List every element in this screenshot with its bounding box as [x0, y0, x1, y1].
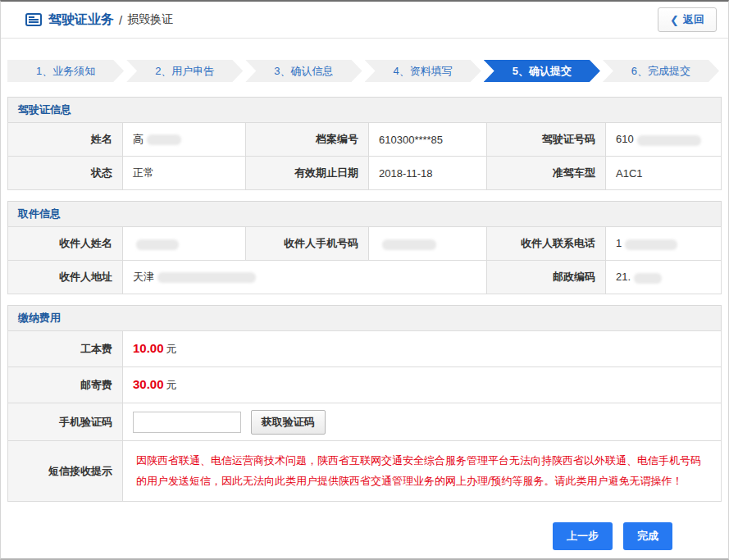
back-button[interactable]: ❮ 返回 [658, 7, 717, 32]
step-1-business-notice[interactable]: 1、业务须知 [7, 60, 124, 82]
sms-notice-label: 短信接收提示 [8, 441, 123, 502]
name-label: 姓名 [8, 123, 123, 157]
pickup-info-table: 收件人姓名 收件人手机号码 收件人联系电话 1 收件人地址 天津 邮政编码 21… [7, 226, 722, 294]
redacted-value [637, 135, 701, 146]
section-title-license: 驾驶证信息 [7, 97, 722, 122]
vehicle-class-label: 准驾车型 [487, 157, 606, 190]
header: 驾驶证业务 / 损毁换证 ❮ 返回 [1, 2, 728, 39]
back-button-label: 返回 [683, 12, 704, 27]
chevron-left-icon: ❮ [670, 15, 679, 25]
step-6-complete-submit[interactable]: 6、完成提交 [603, 60, 719, 82]
step-5-confirm-submit[interactable]: 5、确认提交 [484, 60, 600, 82]
file-no-value: 610300****85 [369, 123, 487, 157]
table-row: 短信接收提示 因陕西省联通、电信运营商技术问题，陕西省互联网交通安全综合服务管理… [8, 441, 722, 502]
section-license-info: 驾驶证信息 姓名 高 档案编号 610300****85 驾驶证号码 610 状… [7, 97, 722, 190]
status-value: 正常 [123, 157, 246, 190]
work-fee-value: 10.00元 [123, 331, 722, 367]
page-title: 驾驶证业务 [48, 11, 114, 29]
redacted-value [625, 239, 677, 250]
step-2-user-declaration[interactable]: 2、用户申告 [126, 60, 243, 82]
license-no-label: 驾驶证号码 [487, 123, 606, 157]
table-row: 姓名 高 档案编号 610300****85 驾驶证号码 610 [8, 123, 722, 157]
fees-table: 工本费 10.00元 邮寄费 30.00元 手机验证码 获取验证码 [7, 330, 722, 502]
recipient-name-value [123, 227, 246, 261]
name-value: 高 [123, 123, 246, 157]
sms-code-input[interactable] [133, 412, 241, 433]
expiry-value: 2018-11-18 [369, 157, 487, 190]
recipient-mobile-label: 收件人手机号码 [246, 227, 369, 261]
step-wizard: 1、业务须知 2、用户申告 3、确认信息 4、资料填写 5、确认提交 6、完成提… [1, 60, 728, 82]
sms-notice-text: 因陕西省联通、电信运营商技术问题，陕西省互联网交通安全综合服务管理平台无法向持陕… [123, 441, 722, 502]
postal-value: 21. [606, 261, 722, 294]
section-title-fees: 缴纳费用 [7, 305, 722, 330]
get-code-button[interactable]: 获取验证码 [251, 410, 326, 435]
file-no-label: 档案编号 [246, 123, 369, 157]
address-value: 天津 [123, 261, 487, 294]
breadcrumb: 驾驶证业务 / 损毁换证 [25, 11, 173, 29]
recipient-mobile-value [369, 227, 487, 261]
footer-actions: 上一步 完成 [7, 512, 722, 550]
postal-label: 邮政编码 [487, 261, 606, 294]
previous-step-button[interactable]: 上一步 [553, 522, 613, 550]
status-label: 状态 [8, 157, 123, 190]
license-card-icon [25, 13, 42, 26]
table-row: 收件人地址 天津 邮政编码 21. [8, 261, 722, 294]
redacted-value [157, 272, 256, 283]
section-pickup-info: 取件信息 收件人姓名 收件人手机号码 收件人联系电话 1 收件人地址 [7, 201, 722, 294]
mail-fee-label: 邮寄费 [8, 367, 123, 403]
step-3-confirm-info[interactable]: 3、确认信息 [245, 60, 362, 82]
vehicle-class-value: A1C1 [606, 157, 722, 190]
breadcrumb-current: 损毁换证 [127, 12, 173, 27]
recipient-phone-label: 收件人联系电话 [487, 227, 606, 261]
table-row: 状态 正常 有效期止日期 2018-11-18 准驾车型 A1C1 [8, 157, 722, 190]
license-info-table: 姓名 高 档案编号 610300****85 驾驶证号码 610 状态 正常 有… [7, 122, 722, 190]
redacted-value [136, 239, 179, 250]
license-no-value: 610 [606, 123, 722, 157]
table-row: 收件人姓名 收件人手机号码 收件人联系电话 1 [8, 227, 722, 261]
work-fee-label: 工本费 [8, 331, 123, 367]
sms-code-label: 手机验证码 [8, 403, 123, 441]
recipient-phone-value: 1 [606, 227, 722, 261]
section-fees: 缴纳费用 工本费 10.00元 邮寄费 30.00元 手机验证码 [7, 305, 722, 502]
step-4-fill-material[interactable]: 4、资料填写 [365, 60, 481, 82]
recipient-name-label: 收件人姓名 [8, 227, 123, 261]
sms-code-cell: 获取验证码 [123, 403, 722, 441]
table-row: 邮寄费 30.00元 [8, 367, 722, 403]
table-row: 手机验证码 获取验证码 [8, 403, 722, 441]
main-content: 驾驶证信息 姓名 高 档案编号 610300****85 驾驶证号码 610 状… [1, 97, 728, 550]
redacted-value [147, 134, 181, 145]
section-title-pickup: 取件信息 [7, 201, 722, 226]
work-fee-unit: 元 [166, 343, 177, 355]
table-row: 工本费 10.00元 [8, 331, 722, 367]
expiry-label: 有效期止日期 [246, 157, 369, 190]
mail-fee-unit: 元 [166, 379, 177, 391]
redacted-value [382, 239, 436, 250]
license-service-page: 驾驶证业务 / 损毁换证 ❮ 返回 1、业务须知 2、用户申告 3、确认信息 4… [0, 0, 729, 560]
address-label: 收件人地址 [8, 261, 123, 294]
mail-fee-amount: 30.00 [133, 377, 164, 391]
redacted-value [634, 273, 662, 284]
breadcrumb-separator: / [119, 13, 122, 27]
mail-fee-value: 30.00元 [123, 367, 722, 403]
finish-button[interactable]: 完成 [623, 522, 672, 550]
work-fee-amount: 10.00 [133, 341, 164, 355]
